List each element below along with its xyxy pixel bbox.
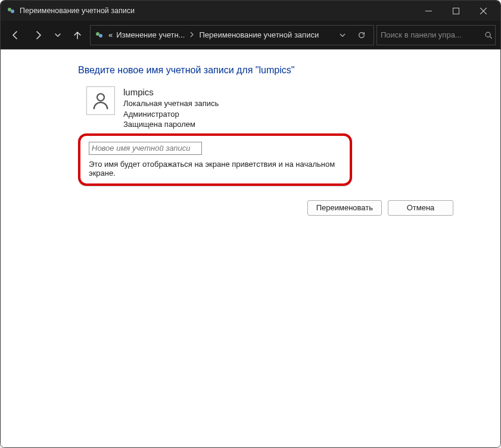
svg-rect-3	[453, 8, 459, 14]
recent-dropdown[interactable]	[51, 25, 65, 45]
svg-point-1	[11, 10, 14, 13]
window-frame: Переименование учетной записи	[0, 0, 501, 448]
window-title: Переименование учетной записи	[20, 7, 135, 15]
breadcrumb-prefix: «	[108, 30, 113, 39]
titlebar: Переименование учетной записи	[1, 1, 500, 21]
breadcrumb-dropdown[interactable]	[334, 27, 351, 43]
avatar	[86, 86, 115, 115]
svg-point-6	[486, 32, 490, 37]
account-type: Локальная учетная запись	[123, 98, 219, 109]
user-accounts-icon	[94, 30, 105, 40]
back-button[interactable]	[5, 25, 26, 45]
new-account-name-input[interactable]	[89, 142, 202, 155]
svg-point-0	[8, 8, 11, 11]
search-icon[interactable]	[484, 31, 493, 39]
cancel-button[interactable]: Отмена	[388, 200, 453, 216]
refresh-button[interactable]	[353, 27, 370, 43]
forward-button[interactable]	[28, 25, 48, 45]
hint-text: Это имя будет отображаться на экране при…	[89, 160, 341, 178]
breadcrumb-seg2[interactable]: Переименование учетной записи	[199, 30, 319, 39]
button-row: Переименовать Отмена	[78, 200, 453, 216]
svg-point-7	[97, 94, 104, 101]
maximize-button[interactable]	[442, 1, 469, 21]
user-accounts-icon	[7, 6, 16, 15]
svg-point-5	[99, 34, 102, 38]
highlight-box: Это имя будет отображаться на экране при…	[78, 133, 352, 186]
search-box[interactable]	[376, 25, 496, 45]
account-role: Администратор	[123, 109, 219, 120]
account-summary: lumpics Локальная учетная запись Админис…	[86, 86, 479, 130]
account-protected: Защищена паролем	[123, 119, 219, 130]
account-name: lumpics	[123, 86, 219, 98]
up-button[interactable]	[67, 25, 88, 45]
chevron-right-icon	[188, 31, 195, 39]
breadcrumb-seg1[interactable]: Изменение учетн...	[116, 30, 185, 39]
address-bar[interactable]: « Изменение учетн... Переименование учет…	[90, 25, 374, 45]
search-input[interactable]	[381, 30, 481, 39]
minimize-button[interactable]	[415, 1, 442, 21]
content-area: Введите новое имя учетной записи для "lu…	[1, 49, 500, 447]
account-lines: lumpics Локальная учетная запись Админис…	[123, 86, 219, 130]
svg-rect-2	[425, 11, 432, 11]
close-button[interactable]	[469, 1, 497, 21]
rename-button[interactable]: Переименовать	[307, 200, 382, 216]
page-heading: Введите новое имя учетной записи для "lu…	[78, 65, 479, 76]
svg-point-4	[96, 32, 99, 36]
navbar: « Изменение учетн... Переименование учет…	[1, 21, 500, 49]
